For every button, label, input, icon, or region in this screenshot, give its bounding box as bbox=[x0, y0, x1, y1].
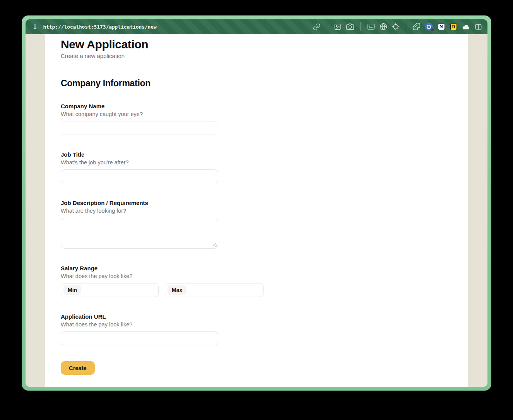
toolbar-separator bbox=[406, 22, 406, 31]
divider bbox=[61, 68, 452, 68]
puzzle-extensions-icon[interactable] bbox=[412, 23, 421, 31]
field-application-url: Application URL What does the pay look l… bbox=[61, 313, 218, 345]
salary-max-prefix: Max bbox=[168, 285, 186, 295]
notion-icon[interactable]: N bbox=[437, 23, 445, 31]
application-url-description: What does the pay look like? bbox=[61, 321, 218, 328]
company-name-label: Company Name bbox=[61, 103, 218, 109]
salary-min-prefix: Min bbox=[63, 285, 81, 295]
toolbar: N R bbox=[313, 22, 482, 31]
split-view-icon[interactable] bbox=[474, 23, 482, 31]
job-title-label: Job Title bbox=[61, 151, 218, 158]
field-salary-range: Salary Range What does the pay look like… bbox=[61, 265, 218, 297]
salary-range-description: What does the pay look like? bbox=[61, 273, 218, 279]
section-heading: Company Information bbox=[61, 78, 452, 89]
field-company-name: Company Name What company caught your ey… bbox=[61, 103, 218, 135]
application-url-label: Application URL bbox=[61, 313, 218, 320]
salary-range-label: Salary Range bbox=[61, 265, 218, 271]
application-url-input[interactable] bbox=[61, 331, 218, 345]
terminal-icon[interactable] bbox=[367, 23, 375, 31]
cloud-icon[interactable] bbox=[462, 23, 470, 31]
job-title-input[interactable] bbox=[61, 169, 218, 183]
info-icon[interactable]: i bbox=[33, 24, 36, 30]
page-background: New Application Create a new application… bbox=[26, 34, 487, 387]
toolbar-separator bbox=[327, 22, 327, 31]
field-job-title: Job Title What's the job you're after? bbox=[61, 151, 218, 183]
salary-max-value[interactable] bbox=[186, 287, 261, 293]
page-title: New Application bbox=[61, 38, 452, 51]
salary-row: Min Max bbox=[61, 283, 218, 297]
job-description-textarea[interactable] bbox=[61, 218, 218, 248]
create-button[interactable]: Create bbox=[61, 361, 95, 375]
address-url[interactable]: http://localhost:5173/applications/new bbox=[43, 24, 157, 30]
toolbar-separator bbox=[360, 22, 361, 31]
job-description-textarea-wrap bbox=[61, 218, 218, 249]
job-title-description: What's the job you're after? bbox=[61, 159, 218, 166]
company-name-description: What company caught your eye? bbox=[61, 111, 218, 117]
crosshair-icon[interactable] bbox=[392, 23, 400, 31]
content-column: New Application Create a new application… bbox=[45, 34, 468, 387]
refined-r-extension-icon[interactable]: R bbox=[450, 23, 458, 31]
link-icon[interactable] bbox=[313, 23, 321, 31]
field-job-description: Job Description / Requirements What are … bbox=[61, 200, 218, 249]
url-bar: i http://localhost:5173/applications/new bbox=[26, 19, 487, 34]
salary-min-value[interactable] bbox=[81, 287, 156, 293]
job-description-label: Job Description / Requirements bbox=[61, 200, 218, 206]
image-icon[interactable] bbox=[333, 23, 342, 31]
onepassword-icon[interactable] bbox=[425, 23, 433, 31]
browser-window: i http://localhost:5173/applications/new bbox=[22, 15, 491, 391]
page-subtitle: Create a new application bbox=[61, 53, 452, 59]
globe-icon[interactable] bbox=[379, 23, 387, 31]
salary-max-input[interactable]: Max bbox=[165, 283, 264, 297]
window-inner: i http://localhost:5173/applications/new bbox=[26, 19, 487, 387]
job-description-description: What are they looking for? bbox=[61, 208, 218, 214]
camera-icon[interactable] bbox=[346, 23, 354, 31]
company-name-input[interactable] bbox=[61, 121, 218, 135]
salary-min-input[interactable]: Min bbox=[61, 283, 159, 297]
